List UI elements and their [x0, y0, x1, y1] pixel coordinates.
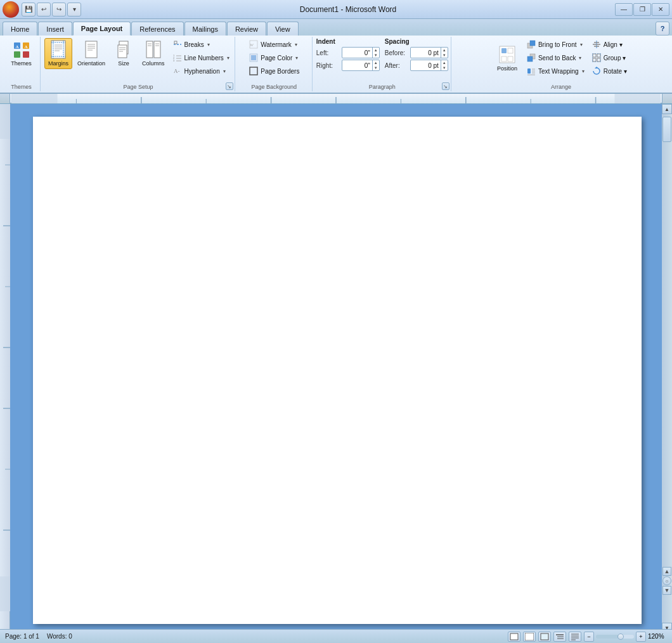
position-button-label: Position — [497, 66, 517, 72]
indent-left-down-button[interactable]: ▼ — [373, 53, 379, 58]
word-count: Words: 0 — [47, 633, 72, 640]
page-container — [10, 104, 662, 633]
watermark-button[interactable]: W Watermark ▾ — [246, 38, 302, 51]
send-to-back-label: Send to Back — [538, 55, 576, 62]
bring-to-front-button[interactable]: Bring to Front ▾ — [524, 38, 587, 51]
spacing-before-spinner[interactable]: 0 pt ▲ ▼ — [410, 47, 448, 58]
zoom-slider[interactable] — [596, 635, 634, 639]
text-wrapping-button[interactable]: Text Wrapping ▾ — [524, 65, 587, 77]
help-button[interactable]: ? — [656, 22, 669, 36]
themes-button[interactable]: A A Themes — [6, 38, 37, 69]
select-browse-button[interactable]: ○ — [662, 576, 671, 585]
hyphenation-button[interactable]: A- Hyphenation ▾ — [170, 65, 232, 77]
page-setup-expand-button[interactable]: ↘ — [226, 82, 233, 90]
tab-insert[interactable]: Insert — [38, 22, 72, 36]
hyphenation-label: Hyphenation — [184, 68, 220, 75]
outline-view-button[interactable] — [553, 632, 566, 642]
undo-button[interactable]: ↩ — [37, 3, 51, 16]
page-background-group-label: Page Background — [236, 84, 312, 90]
size-button[interactable]: Size — [110, 38, 137, 69]
close-button[interactable]: ✕ — [652, 3, 669, 16]
spacing-after-spinner[interactable]: 0 pt ▲ ▼ — [410, 60, 448, 71]
indent-right-label: Right: — [316, 62, 340, 69]
office-orb-icon[interactable] — [3, 1, 19, 18]
spacing-before-down-button[interactable]: ▼ — [441, 53, 448, 58]
svg-text:W: W — [250, 42, 254, 48]
spacing-after-up-button[interactable]: ▲ — [441, 60, 448, 65]
line-numbers-button[interactable]: 1 2 3 Line Numbers ▾ — [170, 51, 232, 64]
page-borders-icon — [249, 66, 259, 76]
svg-rect-81 — [614, 94, 661, 103]
rotate-button[interactable]: Rotate ▾ — [589, 65, 630, 77]
margins-button[interactable]: Margins — [44, 38, 72, 69]
columns-button[interactable]: Columns — [139, 38, 168, 69]
page-borders-button[interactable]: Page Borders — [246, 65, 302, 77]
page-color-button[interactable]: Page Color ▾ — [246, 51, 302, 64]
scroll-thumb[interactable] — [662, 117, 671, 142]
group-button[interactable]: Group ▾ — [589, 51, 630, 64]
spacing-after-label: After: — [385, 62, 409, 69]
draft-view-button[interactable] — [569, 632, 581, 642]
svg-rect-2 — [14, 51, 20, 58]
ruler-horizontal — [10, 94, 662, 103]
indent-left-row: Left: 0" ▲ ▼ — [316, 47, 380, 58]
position-button[interactable]: Position — [493, 38, 522, 79]
spacing-before-arrows: ▲ ▼ — [441, 48, 448, 58]
margins-button-label: Margins — [48, 61, 68, 67]
next-page-button[interactable]: ▼ — [662, 586, 671, 595]
spacing-before-up-button[interactable]: ▲ — [441, 48, 448, 53]
tab-mailings[interactable]: Mailings — [184, 22, 226, 36]
status-bar: Page: 1 of 1 Words: 0 − — [0, 629, 672, 643]
scroll-up-button[interactable]: ▲ — [662, 104, 672, 114]
page-info: Page: 1 of 1 — [5, 633, 39, 640]
svg-rect-82 — [0, 104, 10, 611]
page-background-group: W Watermark ▾ — [236, 37, 313, 91]
svg-rect-94 — [541, 633, 548, 640]
print-layout-view-button[interactable] — [508, 632, 520, 642]
tab-home[interactable]: Home — [3, 22, 37, 36]
tab-view[interactable]: View — [267, 22, 299, 36]
paragraph-expand-button[interactable]: ↘ — [442, 82, 449, 90]
tab-page-layout[interactable]: Page Layout — [73, 22, 131, 36]
tab-references[interactable]: References — [131, 22, 183, 36]
tab-row: Home Insert Page Layout References Maili… — [0, 19, 672, 36]
breaks-label: Breaks — [184, 41, 204, 48]
zoom-out-button[interactable]: − — [584, 632, 594, 642]
svg-text:A: A — [24, 44, 27, 49]
bring-to-front-arrow: ▾ — [580, 42, 583, 48]
indent-right-spinner[interactable]: 0" ▲ ▼ — [342, 60, 380, 71]
zoom-in-button[interactable]: + — [636, 632, 646, 642]
content-area: ▲ ▲ ○ ▼ ▼ ◀ ▶ — [0, 94, 672, 643]
spacing-after-down-button[interactable]: ▼ — [441, 65, 448, 70]
svg-marker-68 — [595, 67, 598, 68]
indent-right-value: 0" — [342, 62, 372, 69]
document-page[interactable] — [33, 117, 642, 624]
document-scroll-area: ▲ ▲ ○ ▼ ▼ — [0, 104, 672, 633]
restore-button[interactable]: ❐ — [633, 3, 651, 16]
indent-right-down-button[interactable]: ▼ — [373, 65, 379, 70]
qat-dropdown-button[interactable]: ▾ — [67, 3, 81, 16]
align-button[interactable]: Align ▾ — [589, 38, 630, 51]
prev-page-button[interactable]: ▲ — [662, 567, 671, 576]
indent-left-spinner[interactable]: 0" ▲ ▼ — [342, 47, 380, 58]
send-to-back-button[interactable]: Send to Back ▾ — [524, 51, 587, 64]
orientation-button[interactable]: Orientation — [74, 38, 108, 69]
spacing-after-value: 0 pt — [411, 62, 441, 69]
tab-review[interactable]: Review — [227, 22, 266, 36]
spacing-after-arrows: ▲ ▼ — [441, 60, 448, 70]
scroll-track[interactable] — [662, 114, 672, 623]
indent-left-up-button[interactable]: ▲ — [373, 48, 379, 53]
indent-right-up-button[interactable]: ▲ — [373, 60, 379, 65]
zoom-thumb[interactable] — [617, 633, 624, 640]
breaks-button[interactable]: Breaks ▾ — [170, 38, 232, 51]
minimize-button[interactable]: — — [615, 3, 633, 16]
save-button[interactable]: 💾 — [22, 3, 36, 16]
redo-button[interactable]: ↪ — [52, 3, 66, 16]
ruler-corner — [0, 94, 10, 104]
web-layout-view-button[interactable] — [538, 632, 551, 642]
columns-icon — [143, 40, 164, 60]
full-screen-view-button[interactable] — [523, 632, 536, 642]
svg-rect-80 — [11, 94, 58, 103]
svg-rect-93 — [525, 633, 534, 640]
breaks-icon — [172, 39, 183, 49]
